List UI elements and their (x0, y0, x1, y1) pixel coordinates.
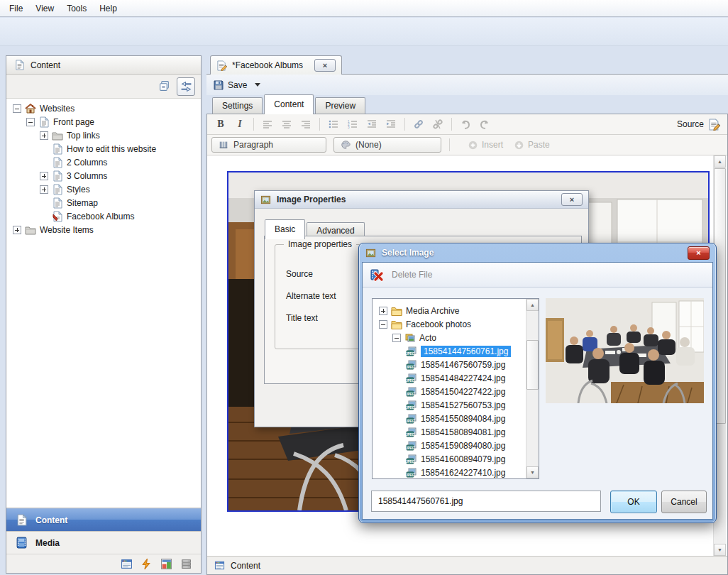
menu-tools[interactable]: Tools (60, 1, 93, 16)
source-edit-icon (708, 119, 720, 131)
tree-item-front-page[interactable]: Front page (6, 115, 201, 128)
tree-item-sitemap[interactable]: Sitemap (6, 196, 201, 209)
file-item[interactable]: 158541484227424.jpg (373, 371, 526, 385)
tree-item-top-links[interactable]: Top links (6, 128, 201, 142)
tree-item-2-columns[interactable]: 2 Columns (6, 155, 201, 169)
cancel-button[interactable]: Cancel (661, 491, 707, 513)
expand-expander-icon[interactable] (40, 172, 48, 180)
tree-item-how-to-edit[interactable]: How to edit this website (6, 142, 201, 155)
unlink-icon (432, 119, 443, 130)
delete-file-button[interactable]: Delete File (392, 270, 432, 280)
file-item[interactable]: 158541580894081.jpg (373, 425, 526, 439)
dialog-close-icon[interactable]: × (688, 246, 710, 260)
expand-expander-icon[interactable] (40, 131, 48, 140)
tree-item-facebook-photos[interactable]: Facebook photos (373, 317, 526, 331)
page-edited-icon (52, 211, 63, 222)
collapse-expander-icon[interactable] (26, 118, 35, 126)
italic-button[interactable]: I (231, 116, 249, 132)
perspective-content[interactable]: Content (6, 508, 201, 531)
redo-button[interactable] (475, 116, 494, 132)
jpeg-icon (406, 359, 417, 371)
paste-arrow-icon (514, 140, 524, 150)
expand-expander-icon[interactable] (379, 307, 387, 315)
numbered-list-icon (347, 119, 358, 130)
folder-icon (25, 224, 36, 236)
tree-item-media-archive[interactable]: Media Archive (373, 304, 526, 317)
sync-tree-button[interactable] (177, 77, 195, 96)
expand-expander-icon[interactable] (13, 226, 21, 234)
collapse-all-button[interactable] (155, 78, 172, 95)
filename-input[interactable] (371, 491, 601, 512)
align-center-button[interactable] (277, 116, 296, 132)
dialog-title-bar[interactable]: Select Image × (359, 243, 716, 262)
document-tab-facebook-albums[interactable]: *Facebook Albums × (210, 55, 342, 75)
style-class-dropdown[interactable]: (None) (333, 137, 441, 153)
tree-item-3-columns[interactable]: 3 Columns (6, 169, 201, 182)
scroll-up-icon[interactable]: ▲ (714, 155, 726, 168)
bullet-list-button[interactable] (324, 116, 343, 132)
tab-preview[interactable]: Preview (315, 97, 365, 114)
scroll-down-icon[interactable]: ▼ (526, 466, 539, 478)
insert-button[interactable]: Insert (468, 140, 503, 150)
file-item[interactable]: 158541550894084.jpg (373, 412, 526, 425)
outdent-icon (366, 119, 377, 130)
save-button[interactable]: Save (228, 80, 247, 90)
scroll-up-icon[interactable]: ▲ (526, 299, 539, 311)
tab-basic[interactable]: Basic (265, 219, 305, 239)
menu-view[interactable]: View (29, 1, 60, 16)
forms-icon[interactable] (121, 558, 133, 570)
tree-item-styles[interactable]: Styles (6, 182, 201, 196)
perspective-media[interactable]: Media (6, 531, 201, 554)
jpeg-icon (406, 386, 417, 398)
align-right-button[interactable] (297, 116, 315, 132)
paste-button[interactable]: Paste (514, 140, 550, 150)
outdent-button[interactable] (363, 116, 381, 132)
bold-button[interactable]: B (211, 116, 230, 132)
link-icon (413, 119, 424, 130)
functions-icon[interactable] (140, 558, 153, 570)
file-item[interactable]: 158541624227410.jpg (373, 466, 526, 479)
jpeg-icon (406, 373, 417, 384)
scroll-down-icon[interactable]: ▼ (714, 544, 726, 556)
collapse-expander-icon[interactable] (13, 104, 21, 113)
tree-item-websites[interactable]: Websites (6, 102, 201, 115)
file-item[interactable]: 158541527560753.jpg (373, 398, 526, 412)
file-item[interactable]: 158541600894079.jpg (373, 452, 526, 466)
expand-expander-icon[interactable] (40, 185, 48, 194)
paragraph-format-dropdown[interactable]: Paragraph (211, 137, 326, 153)
tree-item-facebook-albums[interactable]: Facebook Albums (6, 209, 201, 223)
file-item[interactable]: 158541590894080.jpg (373, 439, 526, 452)
collapse-expander-icon[interactable] (392, 334, 401, 342)
document-icon (16, 514, 28, 526)
numbered-list-button[interactable] (343, 116, 362, 132)
tree-item-website-items[interactable]: Website Items (6, 223, 201, 236)
insert-link-button[interactable] (409, 116, 428, 132)
scrollbar-thumb[interactable] (526, 340, 539, 390)
menu-bar: File View Tools Help (0, 0, 728, 17)
tree-item-acto-album[interactable]: Acto (373, 331, 526, 344)
source-toggle[interactable]: Source (677, 119, 723, 131)
dialog-title-bar[interactable]: Image Properties × (255, 191, 588, 209)
remove-link-button[interactable] (429, 116, 447, 132)
packages-icon[interactable] (160, 558, 172, 570)
collapse-expander-icon[interactable] (379, 320, 387, 329)
tab-settings[interactable]: Settings (212, 97, 263, 114)
menu-file[interactable]: File (3, 1, 29, 16)
undo-button[interactable] (456, 116, 475, 132)
indent-button[interactable] (382, 116, 400, 132)
menu-help[interactable]: Help (93, 1, 123, 16)
tree-vertical-scrollbar[interactable]: ▲ ▼ (526, 299, 539, 478)
align-left-button[interactable] (258, 116, 277, 132)
file-item[interactable]: 158541504227422.jpg (373, 385, 526, 398)
save-dropdown-caret-icon[interactable] (255, 83, 260, 87)
data-icon[interactable] (180, 558, 192, 570)
tab-content[interactable]: Content (264, 94, 314, 114)
insert-plus-icon (468, 140, 478, 150)
document-icon (14, 60, 25, 70)
tab-close-icon[interactable]: × (314, 59, 336, 72)
ok-button[interactable]: OK (610, 491, 657, 513)
dialog-close-icon[interactable]: × (561, 193, 583, 206)
file-item[interactable]: 158541467560759.jpg (373, 358, 526, 371)
page-icon (38, 116, 50, 128)
file-item[interactable]: 158541447560761.jpg (373, 344, 526, 358)
